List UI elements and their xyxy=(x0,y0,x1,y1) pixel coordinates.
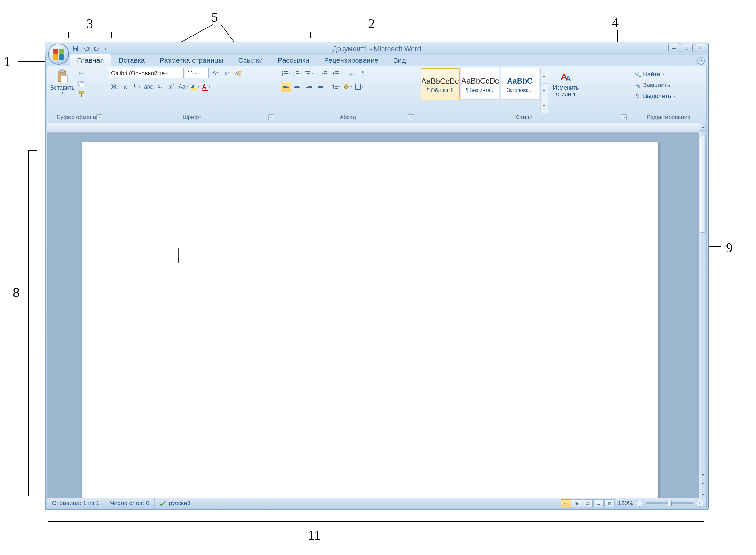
group-styles: AaBbCcDс ¶ Обычный AaBbCcDс ¶ Без инте..… xyxy=(418,66,631,122)
paragraph-launcher[interactable]: ↘ xyxy=(408,114,414,120)
gallery-more-button[interactable]: ▾ xyxy=(541,98,548,113)
tab-references[interactable]: Ссылки xyxy=(231,54,270,66)
numbering-button[interactable]: 123▾ xyxy=(292,68,302,78)
increase-indent-button[interactable] xyxy=(331,68,341,78)
scroll-up-button[interactable]: ▴ xyxy=(699,123,706,131)
justify-button[interactable] xyxy=(315,82,326,92)
svg-rect-13 xyxy=(59,70,64,72)
font-color-button[interactable]: A▾ xyxy=(201,82,211,92)
view-draft-button[interactable]: ▥ xyxy=(604,499,615,507)
shrink-font-button[interactable]: A▾ xyxy=(221,68,232,78)
save-icon xyxy=(72,46,78,51)
svg-rect-31 xyxy=(296,73,299,74)
align-center-icon xyxy=(294,84,300,89)
office-logo-icon xyxy=(53,49,64,59)
copy-icon xyxy=(78,81,84,87)
tab-review[interactable]: Рецензирование xyxy=(317,54,386,66)
font-size-combo[interactable]: 11▾ xyxy=(185,68,209,78)
decrease-indent-button[interactable] xyxy=(320,68,330,78)
tab-mailings[interactable]: Рассылки xyxy=(270,54,317,66)
sort-button[interactable]: A↓ xyxy=(347,68,357,78)
close-button[interactable]: ✕ xyxy=(694,44,705,52)
qat-more-button[interactable]: ▾ xyxy=(104,47,107,51)
italic-button[interactable]: К xyxy=(120,82,131,92)
bullets-button[interactable]: ▾ xyxy=(281,68,291,78)
zoom-out-button[interactable]: − xyxy=(636,500,643,507)
change-styles-button[interactable]: AA Изменить стили ▾ xyxy=(550,68,582,113)
window-controls: — □ ✕ xyxy=(668,44,705,52)
help-button[interactable]: ? xyxy=(697,57,705,65)
gallery-up-button[interactable]: ▴ xyxy=(541,69,548,84)
align-right-button[interactable] xyxy=(304,82,314,92)
grow-font-button[interactable]: A▴ xyxy=(210,68,220,78)
status-word-count[interactable]: Число слов: 0 xyxy=(105,498,155,508)
subscript-button[interactable]: x2 xyxy=(155,82,165,92)
cut-button[interactable]: ✂ xyxy=(77,70,85,78)
decrease-indent-icon xyxy=(321,71,328,76)
show-paragraph-button[interactable]: ¶ xyxy=(358,68,368,78)
font-launcher[interactable]: ↘ xyxy=(268,114,274,120)
prev-page-button[interactable]: ▴ xyxy=(699,480,706,486)
align-left-icon xyxy=(283,84,289,89)
minimize-button[interactable]: — xyxy=(668,44,680,52)
format-painter-button[interactable] xyxy=(77,90,85,98)
superscript-button[interactable]: x2 xyxy=(166,82,177,92)
copy-button[interactable] xyxy=(77,80,85,88)
status-page[interactable]: Страница: 1 из 1 xyxy=(47,498,105,508)
maximize-button[interactable]: □ xyxy=(681,44,692,52)
tab-page-layout[interactable]: Разметка страницы xyxy=(152,54,231,66)
highlight-button[interactable]: ▾ xyxy=(190,82,200,92)
font-name-combo[interactable]: Calibri (Основной те▾ xyxy=(109,68,184,78)
bold-button[interactable]: Ж xyxy=(109,82,119,92)
strikethrough-button[interactable]: abc xyxy=(143,82,154,92)
find-button[interactable]: 🔍 Найти▾ xyxy=(633,70,677,78)
view-outline-button[interactable]: ≣ xyxy=(593,499,604,507)
styles-launcher[interactable]: ↘ xyxy=(621,114,627,120)
save-button[interactable] xyxy=(71,45,79,52)
zoom-slider[interactable] xyxy=(645,502,694,504)
line-spacing-button[interactable]: ▾ xyxy=(331,82,341,92)
undo-button[interactable]: ▾ xyxy=(82,45,90,52)
select-button[interactable]: Выделить▾ xyxy=(633,92,677,100)
shading-button[interactable]: ▾ xyxy=(342,82,353,92)
zoom-slider-knob[interactable] xyxy=(668,501,672,506)
document-page[interactable] xyxy=(82,142,659,498)
paste-button[interactable]: Вставить ▾ xyxy=(50,68,75,96)
redo-button[interactable] xyxy=(93,45,101,52)
view-full-screen-button[interactable]: ▣ xyxy=(572,499,582,507)
tab-view[interactable]: Вид xyxy=(386,54,413,66)
next-page-button[interactable]: ▾ xyxy=(699,492,706,498)
bold-icon: Ж xyxy=(111,84,117,90)
view-web-layout-button[interactable]: ▤ xyxy=(583,499,593,507)
underline-button[interactable]: Ч▾ xyxy=(132,82,142,92)
gallery-down-button[interactable]: ▾ xyxy=(541,84,548,98)
browse-object-button[interactable]: ◦ xyxy=(699,486,706,492)
align-left-button[interactable] xyxy=(281,82,291,92)
style-no-spacing[interactable]: AaBbCcDс ¶ Без инте... xyxy=(461,68,499,99)
borders-button[interactable]: ▾ xyxy=(354,82,364,92)
tab-insert[interactable]: Вставка xyxy=(111,54,152,66)
multilevel-list-button[interactable]: ▾ xyxy=(304,68,314,78)
horizontal-ruler[interactable] xyxy=(47,123,700,132)
style-normal[interactable]: AaBbCcDс ¶ Обычный xyxy=(421,68,460,100)
view-print-layout-button[interactable]: ▭ xyxy=(561,499,571,507)
vertical-scrollbar[interactable]: ▴ ▾ ▴ ◦ ▾ xyxy=(699,123,707,498)
style-heading1[interactable]: AaBbC Заголово... xyxy=(501,68,539,99)
align-center-button[interactable] xyxy=(292,82,302,92)
scroll-down-button[interactable]: ▾ xyxy=(699,471,706,478)
clear-formatting-button[interactable]: A xyxy=(233,68,243,78)
svg-rect-46 xyxy=(283,89,286,89)
clipboard-launcher[interactable]: ↘ xyxy=(96,114,102,120)
replace-button[interactable]: abac Заменить xyxy=(633,81,677,89)
scroll-thumb[interactable] xyxy=(700,136,706,233)
svg-point-24 xyxy=(282,73,283,74)
office-button[interactable] xyxy=(48,44,69,65)
zoom-in-button[interactable]: + xyxy=(696,500,703,507)
svg-rect-59 xyxy=(333,86,334,88)
zoom-value[interactable]: 120% xyxy=(618,500,633,507)
change-case-button[interactable]: Aa▾ xyxy=(178,82,188,92)
svg-rect-25 xyxy=(284,73,288,74)
svg-text:A: A xyxy=(566,75,571,83)
status-language[interactable]: русский xyxy=(155,498,196,508)
tab-home[interactable]: Главная xyxy=(70,54,111,66)
